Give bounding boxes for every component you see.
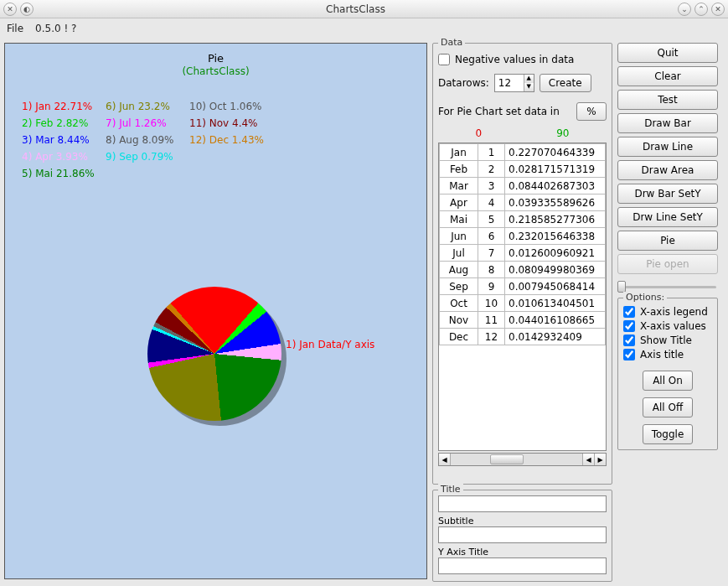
app-menu-icon[interactable]: ✕ bbox=[3, 3, 17, 16]
test-button[interactable]: Test bbox=[617, 90, 718, 110]
legend-item: 4) Apr 3.93% bbox=[22, 148, 95, 165]
opt-axis-title-checkbox[interactable] bbox=[623, 349, 635, 360]
negative-checkbox[interactable] bbox=[438, 54, 450, 65]
menu-version[interactable]: 0.5.0 ! ? bbox=[35, 23, 76, 34]
opt-x-values-label: X-axis values bbox=[640, 320, 706, 332]
legend-item: 2) Feb 2.82% bbox=[22, 115, 95, 132]
scroll-left-icon[interactable]: ◀ bbox=[439, 454, 451, 465]
table-row[interactable]: Feb20.028171571319 bbox=[440, 161, 606, 178]
legend-item: 11) Nov 4.4% bbox=[189, 115, 264, 132]
chart-subtitle: (ChartsClass) bbox=[5, 65, 426, 77]
window-icon: ◐ bbox=[20, 3, 34, 16]
create-button[interactable]: Create bbox=[540, 74, 591, 92]
table-row[interactable]: Jul70.012600960921 bbox=[440, 245, 606, 262]
table-row[interactable]: Oct100.010613404501 bbox=[440, 295, 606, 312]
legend-item: 12) Dec 1.43% bbox=[189, 132, 264, 148]
pie-set-label: For Pie Chart set data in bbox=[438, 106, 560, 117]
opt-show-title-checkbox[interactable] bbox=[623, 334, 635, 346]
table-row[interactable]: Sep90.007945068414 bbox=[440, 278, 606, 295]
drw-bar-sety-button[interactable]: Drw Bar SetY bbox=[617, 184, 718, 204]
col-header-0: 0 bbox=[476, 127, 483, 139]
chart-panel: Pie (ChartsClass) 1) Jan 22.71%2) Feb 2.… bbox=[4, 43, 427, 579]
legend-item: 1) Jan 22.71% bbox=[22, 98, 95, 115]
legend-item: 8) Aug 8.09% bbox=[106, 132, 174, 148]
yaxis-label: Y Axis Title bbox=[438, 547, 607, 557]
chart-title: Pie bbox=[5, 52, 426, 65]
opt-x-values-checkbox[interactable] bbox=[623, 320, 635, 332]
table-row[interactable]: Mar30.084402687303 bbox=[440, 178, 606, 194]
legend-item: 9) Sep 0.79% bbox=[106, 148, 174, 165]
clear-button[interactable]: Clear bbox=[617, 66, 718, 86]
data-grid[interactable]: Jan10.227070464339Feb20.028171571319Mar3… bbox=[438, 143, 607, 451]
quit-button[interactable]: Quit bbox=[617, 43, 718, 63]
draw-bar-button[interactable]: Draw Bar bbox=[617, 113, 718, 133]
col-header-1: 90 bbox=[556, 127, 569, 139]
legend-item: 5) Mai 21.86% bbox=[22, 165, 95, 182]
menubar: File 0.5.0 ! ? bbox=[0, 18, 728, 39]
pie-button[interactable]: Pie bbox=[617, 231, 718, 251]
options-fieldset: Options: X-axis legend X-axis values Sho… bbox=[617, 298, 718, 450]
toggle-button[interactable]: Toggle bbox=[643, 424, 693, 444]
grid-hscroll[interactable]: ◀ ◀ ▶ bbox=[438, 453, 607, 466]
subtitle-label: Subtitle bbox=[438, 516, 607, 526]
maximize-icon[interactable]: ⌃ bbox=[694, 3, 708, 16]
legend-item: 10) Oct 1.06% bbox=[189, 98, 264, 115]
opt-x-legend-checkbox[interactable] bbox=[623, 306, 635, 318]
table-row[interactable]: Jan10.227070464339 bbox=[440, 144, 606, 161]
percent-button[interactable]: % bbox=[576, 102, 607, 121]
title-fieldset: Title Subtitle Y Axis Title bbox=[432, 490, 612, 582]
options-legend: Options: bbox=[623, 292, 667, 303]
pie-open-button: Pie open bbox=[617, 254, 718, 274]
datarows-input[interactable] bbox=[495, 75, 524, 91]
opt-axis-title-label: Axis title bbox=[640, 349, 684, 360]
pie-slice-label: 1) Jan Data/Y axis bbox=[286, 339, 374, 350]
opt-x-legend-label: X-axis legend bbox=[640, 306, 708, 318]
all-off-button[interactable]: All Off bbox=[643, 397, 693, 417]
opt-show-title-label: Show Title bbox=[640, 334, 692, 346]
title-input[interactable] bbox=[438, 495, 607, 512]
datarows-label: Datarows: bbox=[438, 77, 489, 89]
table-row[interactable]: Dec120.0142932409 bbox=[440, 329, 606, 345]
title-legend: Title bbox=[438, 484, 463, 495]
titlebar: ✕ ◐ ChartsClass ⌄ ⌃ ✕ bbox=[0, 0, 728, 18]
scroll-grip[interactable] bbox=[490, 454, 524, 464]
table-row[interactable]: Aug80.080949980369 bbox=[440, 262, 606, 278]
table-row[interactable]: Nov110.044016108665 bbox=[440, 312, 606, 329]
close-icon[interactable]: ✕ bbox=[711, 3, 725, 16]
pie-chart bbox=[147, 287, 281, 421]
subtitle-input[interactable] bbox=[438, 526, 607, 543]
draw-line-button[interactable]: Draw Line bbox=[617, 137, 718, 157]
data-legend: Data bbox=[438, 37, 465, 48]
menu-file[interactable]: File bbox=[7, 23, 23, 34]
datarows-spinner[interactable]: ▲ ▼ bbox=[494, 74, 534, 92]
table-row[interactable]: Apr40.039335589626 bbox=[440, 194, 606, 211]
table-row[interactable]: Mai50.218585277306 bbox=[440, 211, 606, 228]
yaxis-input[interactable] bbox=[438, 557, 607, 574]
slider-thumb[interactable] bbox=[617, 281, 626, 293]
all-on-button[interactable]: All On bbox=[643, 371, 693, 391]
negative-label: Negative values in data bbox=[455, 54, 574, 65]
table-row[interactable]: Jun60.232015646338 bbox=[440, 228, 606, 245]
spin-up-icon[interactable]: ▲ bbox=[524, 75, 534, 83]
spin-down-icon[interactable]: ▼ bbox=[524, 83, 534, 91]
legend-item: 3) Mar 8.44% bbox=[22, 132, 95, 148]
draw-area-button[interactable]: Draw Area bbox=[617, 160, 718, 180]
data-fieldset: Data Negative values in data Datarows: ▲… bbox=[432, 43, 612, 485]
legend-item: 6) Jun 23.2% bbox=[106, 98, 174, 115]
drw-line-sety-button[interactable]: Drw Line SetY bbox=[617, 207, 718, 227]
legend-item: 7) Jul 1.26% bbox=[106, 115, 174, 132]
window-title: ChartsClass bbox=[34, 3, 678, 15]
scroll-right-step-icon[interactable]: ◀ bbox=[582, 454, 594, 465]
scroll-right-icon[interactable]: ▶ bbox=[594, 454, 606, 465]
minimize-icon[interactable]: ⌄ bbox=[678, 3, 691, 16]
